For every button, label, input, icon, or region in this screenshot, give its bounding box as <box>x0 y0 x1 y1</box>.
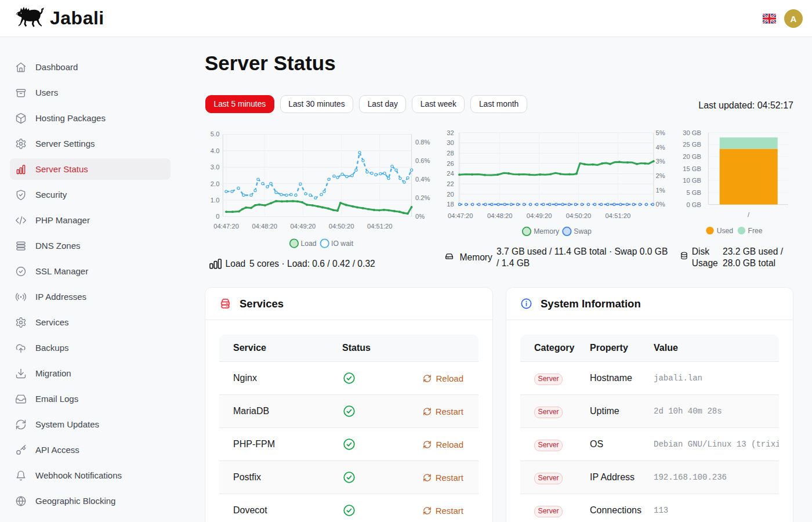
svg-text:Used: Used <box>717 227 733 235</box>
svg-text:0%: 0% <box>656 201 665 208</box>
svg-text:28.0 GB total: 28.0 GB total <box>723 258 775 268</box>
svg-text:0.4%: 0.4% <box>415 176 430 183</box>
svg-text:0.8%: 0.8% <box>415 139 430 146</box>
svg-text:IO wait: IO wait <box>331 240 354 248</box>
svg-text:04:47:20: 04:47:20 <box>448 212 473 219</box>
svg-text:15 GB: 15 GB <box>683 165 701 172</box>
svg-text:04:49:20: 04:49:20 <box>527 212 552 219</box>
svg-text:20 GB: 20 GB <box>683 153 701 160</box>
svg-text:18: 18 <box>447 201 454 208</box>
svg-text:04:50:20: 04:50:20 <box>566 212 592 219</box>
svg-text:04:50:20: 04:50:20 <box>329 223 354 230</box>
svg-text:10 GB: 10 GB <box>683 177 701 184</box>
svg-text:5.0: 5.0 <box>211 130 220 137</box>
svg-text:0: 0 <box>216 213 219 220</box>
svg-text:Usage: Usage <box>692 258 718 268</box>
svg-text:04:48:20: 04:48:20 <box>487 212 513 219</box>
svg-text:1.0: 1.0 <box>211 197 220 204</box>
svg-text:4%: 4% <box>656 144 665 151</box>
svg-text:Swap: Swap <box>574 227 592 235</box>
svg-text:0 GB: 0 GB <box>687 201 702 208</box>
svg-text:22: 22 <box>447 180 454 187</box>
svg-text:Free: Free <box>748 227 763 235</box>
svg-text:04:49:20: 04:49:20 <box>291 223 316 230</box>
svg-text:3.7 GB used / 11.4 GB total ·: 3.7 GB used / 11.4 GB total · Swap 0.0 G… <box>496 246 668 256</box>
svg-text:Memory: Memory <box>534 227 560 235</box>
svg-text:0.2%: 0.2% <box>415 194 430 201</box>
svg-text:5 GB: 5 GB <box>687 189 702 196</box>
svg-text:30 GB: 30 GB <box>683 129 701 136</box>
svg-text:2%: 2% <box>656 172 665 179</box>
svg-text:5%: 5% <box>656 129 665 136</box>
svg-text:30: 30 <box>447 139 454 146</box>
svg-text:3.0: 3.0 <box>211 164 220 171</box>
svg-text:5 cores · Load: 0.6 / 0.42 / 0: 5 cores · Load: 0.6 / 0.42 / 0.32 <box>249 259 375 269</box>
svg-text:20: 20 <box>447 191 454 198</box>
svg-text:28: 28 <box>447 150 454 157</box>
svg-text:0%: 0% <box>415 213 425 220</box>
svg-text:/ 1.4 GB: / 1.4 GB <box>496 258 530 268</box>
svg-text:/: / <box>748 211 750 218</box>
svg-text:04:51:20: 04:51:20 <box>367 223 393 230</box>
svg-text:24: 24 <box>447 170 454 177</box>
svg-text:3%: 3% <box>656 158 665 165</box>
svg-text:04:47:20: 04:47:20 <box>213 223 239 230</box>
svg-text:Load: Load <box>226 259 246 269</box>
svg-text:26: 26 <box>447 160 454 167</box>
svg-text:Disk: Disk <box>692 246 710 256</box>
svg-text:Load: Load <box>301 240 317 248</box>
svg-text:04:48:20: 04:48:20 <box>252 223 277 230</box>
svg-text:2.0: 2.0 <box>211 180 220 187</box>
svg-text:0.6%: 0.6% <box>415 157 430 164</box>
svg-text:04:51:20: 04:51:20 <box>606 212 631 219</box>
svg-text:23.2 GB used /: 23.2 GB used / <box>723 246 784 256</box>
svg-text:25 GB: 25 GB <box>683 141 701 148</box>
svg-text:1%: 1% <box>656 187 665 194</box>
svg-text:4.0: 4.0 <box>211 147 220 154</box>
svg-text:32: 32 <box>447 129 454 136</box>
svg-text:Memory: Memory <box>460 252 493 262</box>
